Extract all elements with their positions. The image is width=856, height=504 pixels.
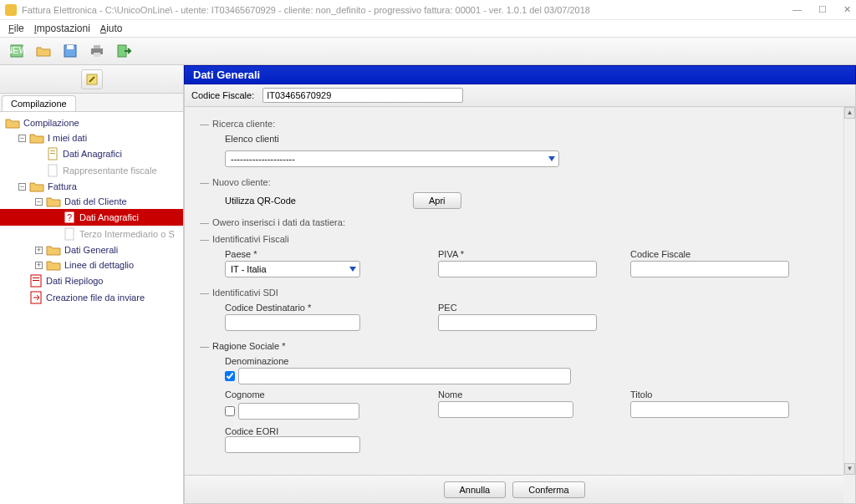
tree-label: Dati Generali bbox=[64, 245, 118, 255]
id-fiscali-legend: Identificativi Fiscali bbox=[212, 234, 289, 244]
exit-button[interactable] bbox=[112, 39, 135, 63]
sidebar-edit-button[interactable] bbox=[81, 69, 103, 89]
send-file-icon bbox=[29, 291, 43, 304]
close-button[interactable]: ✕ bbox=[843, 4, 851, 15]
maximize-button[interactable]: ☐ bbox=[818, 4, 827, 15]
question-icon: ? bbox=[63, 211, 76, 224]
tree-label: Linee di dettaglio bbox=[64, 260, 134, 270]
folder-icon bbox=[5, 117, 20, 129]
minimize-button[interactable]: — bbox=[792, 4, 802, 15]
document-icon bbox=[46, 164, 59, 177]
svg-rect-12 bbox=[48, 165, 57, 176]
codice-fiscale-input[interactable] bbox=[630, 261, 789, 277]
svg-rect-15 bbox=[65, 228, 74, 240]
pec-label: PEC bbox=[438, 303, 828, 313]
denominazione-checkbox[interactable] bbox=[225, 371, 235, 381]
collapse-icon[interactable]: − bbox=[18, 135, 26, 142]
apri-button[interactable]: Apri bbox=[413, 192, 461, 209]
paese-combo[interactable]: IT - Italia bbox=[225, 261, 360, 277]
new-button[interactable]: NEW bbox=[5, 39, 28, 63]
expand-icon[interactable]: + bbox=[35, 247, 43, 254]
tree-label: Creazione file da inviare bbox=[46, 293, 145, 303]
owero-legend: Owero inserisci i dati da tastiera: bbox=[212, 217, 345, 227]
cf-label: Codice Fiscale: bbox=[191, 90, 254, 100]
ricerca-cliente-legend: Ricerca cliente: bbox=[212, 119, 275, 129]
menu-aiuto[interactable]: Aiuto bbox=[100, 23, 123, 34]
pencil-icon bbox=[85, 73, 99, 86]
tree-node-terzo-intermediario[interactable]: Terzo Intermediario o S bbox=[0, 226, 183, 242]
tab-compilazione[interactable]: Compilazione bbox=[2, 95, 76, 111]
expand-icon[interactable]: + bbox=[35, 262, 43, 269]
annulla-button[interactable]: Annulla bbox=[444, 481, 507, 498]
tree-node-dati-anagrafici-2[interactable]: ? Dati Anagrafici bbox=[0, 209, 183, 226]
content-area: Dati Generali Codice Fiscale: —Ricerca c… bbox=[184, 65, 856, 504]
tree-node-miei-dati[interactable]: − I miei dati bbox=[0, 130, 183, 145]
pec-input[interactable] bbox=[438, 314, 597, 331]
nuovo-cliente-legend: Nuovo cliente: bbox=[212, 177, 271, 187]
new-icon: NEW bbox=[8, 43, 25, 59]
nome-input[interactable] bbox=[438, 401, 573, 418]
folder-icon bbox=[46, 244, 61, 256]
chevron-down-icon bbox=[349, 267, 356, 272]
elenco-clienti-combo[interactable]: --------------------- bbox=[225, 150, 559, 167]
cognome-checkbox[interactable] bbox=[225, 406, 235, 416]
save-button[interactable] bbox=[59, 39, 82, 63]
folder-open-icon bbox=[35, 43, 52, 59]
denominazione-input[interactable] bbox=[238, 368, 571, 384]
tree-node-dati-anagrafici-1[interactable]: Dati Anagrafici bbox=[0, 145, 183, 162]
nome-label: Nome bbox=[438, 389, 614, 400]
codice-eori-label: Codice EORI bbox=[225, 426, 278, 436]
folder-icon bbox=[29, 181, 44, 192]
svg-text:NEW: NEW bbox=[8, 45, 25, 55]
tree-label: Terzo Intermediario o S bbox=[79, 229, 175, 239]
tree-label: I miei dati bbox=[48, 133, 87, 143]
cod-dest-input[interactable] bbox=[225, 314, 360, 331]
tree-node-compilazione[interactable]: Compilazione bbox=[0, 115, 183, 130]
document-icon bbox=[63, 227, 76, 241]
paese-label: Paese bbox=[225, 249, 421, 259]
menubar: File Impostazioni Aiuto bbox=[0, 20, 856, 37]
tree-node-dati-riepilogo[interactable]: Dati Riepilogo bbox=[0, 272, 183, 289]
sidebar: Compilazione Compilazione − I miei dati … bbox=[0, 65, 184, 504]
tree-label: Dati Anagrafici bbox=[79, 212, 139, 222]
chevron-down-icon bbox=[548, 156, 555, 161]
sidebar-edit-bar bbox=[0, 65, 183, 94]
tree: Compilazione − I miei dati Dati Anagrafi… bbox=[0, 112, 183, 504]
cf-input[interactable] bbox=[262, 88, 463, 103]
save-icon bbox=[62, 43, 79, 59]
collapse-icon[interactable]: − bbox=[18, 183, 26, 191]
tree-node-linee-dettaglio[interactable]: + Linee di dettaglio bbox=[0, 257, 183, 272]
piva-label: PIVA bbox=[438, 249, 614, 259]
svg-rect-17 bbox=[33, 277, 39, 278]
combo-value: IT - Italia bbox=[231, 264, 267, 274]
tree-node-dati-cliente[interactable]: − Dati del Cliente bbox=[0, 194, 183, 209]
cognome-label: Cognome bbox=[225, 389, 421, 400]
folder-icon bbox=[46, 259, 61, 271]
print-icon bbox=[89, 43, 105, 59]
vertical-scrollbar[interactable]: ▲ ▼ bbox=[843, 107, 855, 475]
conferma-button[interactable]: Conferma bbox=[512, 481, 584, 498]
tree-node-fattura[interactable]: − Fattura bbox=[0, 179, 183, 194]
scroll-up-icon[interactable]: ▲ bbox=[844, 107, 855, 119]
tree-node-dati-generali[interactable]: + Dati Generali bbox=[0, 242, 183, 257]
tree-label: Dati del Cliente bbox=[64, 196, 127, 206]
elenco-clienti-label: Elenco clienti bbox=[225, 134, 828, 144]
menu-impostazioni[interactable]: Impostazioni bbox=[34, 23, 90, 34]
panel-title: Dati Generali bbox=[184, 65, 856, 84]
scroll-down-icon[interactable]: ▼ bbox=[844, 463, 855, 475]
tree-node-rappr-fiscale[interactable]: Rappresentante fiscale bbox=[0, 162, 183, 179]
folder-icon bbox=[29, 132, 44, 144]
tree-node-creazione-file[interactable]: Creazione file da inviare bbox=[0, 289, 183, 306]
print-button[interactable] bbox=[85, 39, 109, 63]
menu-file[interactable]: File bbox=[8, 23, 24, 34]
titolo-label: Titolo bbox=[630, 389, 828, 400]
codice-eori-input[interactable] bbox=[225, 436, 360, 453]
piva-input[interactable] bbox=[438, 261, 597, 277]
collapse-icon[interactable]: − bbox=[35, 198, 43, 206]
titolo-input[interactable] bbox=[630, 401, 789, 418]
cognome-input[interactable] bbox=[238, 403, 359, 420]
app-icon bbox=[5, 4, 17, 16]
open-button[interactable] bbox=[32, 39, 55, 63]
svg-text:?: ? bbox=[67, 212, 72, 222]
exit-icon bbox=[115, 43, 132, 59]
